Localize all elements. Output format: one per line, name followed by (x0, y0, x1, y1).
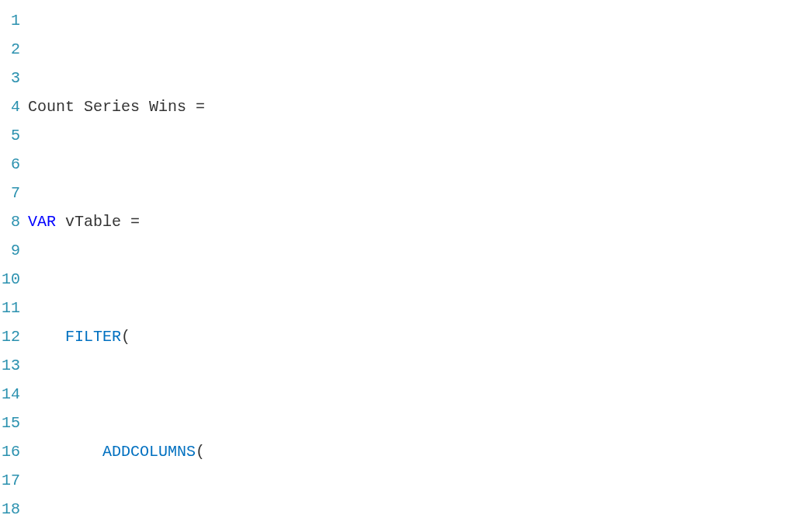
equals: = (130, 213, 140, 231)
code-line[interactable]: ADDCOLUMNS( (28, 437, 812, 466)
line-number: 2 (0, 35, 20, 64)
func-filter: FILTER (65, 328, 121, 346)
line-number: 6 (0, 150, 20, 179)
identifier: vTable (56, 213, 130, 231)
paren-open: ( (196, 443, 205, 461)
line-number: 1 (0, 6, 20, 35)
line-number: 11 (0, 294, 20, 322)
line-number: 15 (0, 409, 20, 437)
line-number: 9 (0, 236, 20, 265)
line-number: 8 (0, 207, 20, 236)
equals: = (186, 98, 205, 116)
line-number: 7 (0, 179, 20, 207)
line-number: 10 (0, 265, 20, 294)
line-number: 4 (0, 92, 20, 121)
measure-name: Count Series Wins (28, 98, 186, 116)
func-addcolumns: ADDCOLUMNS (102, 443, 196, 461)
line-number: 3 (0, 64, 20, 92)
keyword-var: VAR (28, 213, 56, 231)
line-number: 12 (0, 322, 20, 351)
code-line[interactable]: Count Series Wins = (28, 92, 812, 121)
line-number-gutter: 1 2 3 4 5 6 7 8 9 10 11 12 13 14 15 16 1… (0, 6, 28, 529)
line-number: 18 (0, 495, 20, 524)
line-number: 5 (0, 121, 20, 150)
line-number: 16 (0, 437, 20, 466)
line-number: 13 (0, 351, 20, 380)
line-number: 14 (0, 380, 20, 409)
code-editor[interactable]: 1 2 3 4 5 6 7 8 9 10 11 12 13 14 15 16 1… (0, 6, 812, 529)
code-line[interactable]: FILTER( (28, 322, 812, 351)
paren-open: ( (121, 328, 130, 346)
code-area[interactable]: Count Series Wins = VAR vTable = FILTER(… (28, 6, 812, 529)
line-number: 17 (0, 466, 20, 495)
code-line[interactable]: VAR vTable = (28, 207, 812, 236)
